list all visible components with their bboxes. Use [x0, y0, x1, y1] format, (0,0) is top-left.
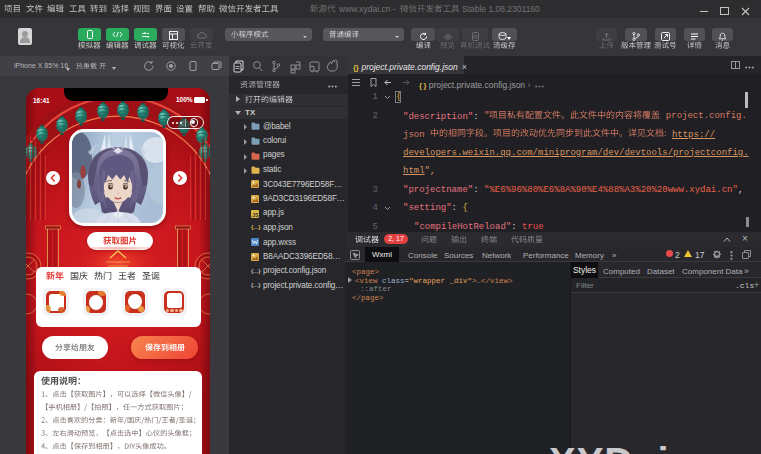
svg-text:JS: JS — [252, 212, 259, 218]
